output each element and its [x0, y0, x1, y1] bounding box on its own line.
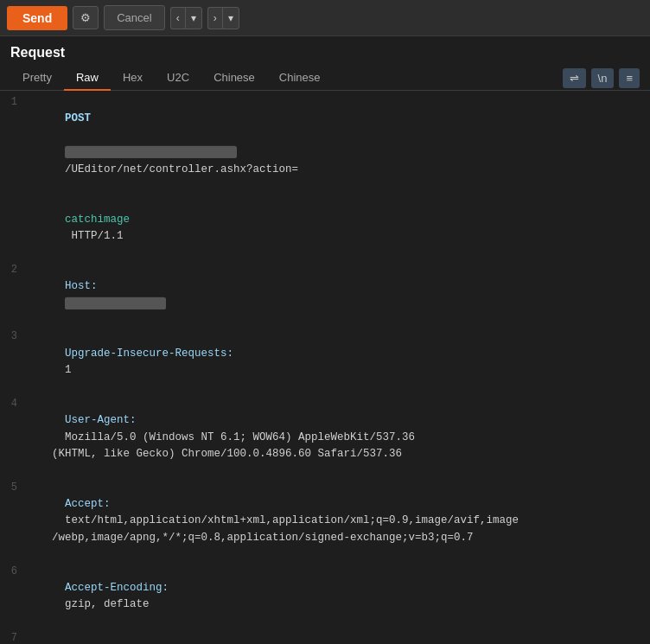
header-accept-value: text/html,application/xhtml+xml,applicat… — [26, 514, 519, 543]
line-num-7: 7 — [0, 630, 26, 644]
line-num-4: 4 — [0, 396, 26, 412]
redacted-host-1: ██████████████████████████ — [65, 146, 237, 158]
header-uir-value: 1 — [65, 364, 72, 376]
section-title: Request — [0, 36, 650, 66]
header-ae-value: gzip, deflate — [65, 598, 150, 610]
line-content-3: Upgrade-Insecure-Requests: 1 — [26, 328, 650, 396]
header-ae-label: Accept-Encoding: — [65, 582, 175, 594]
gear-icon: ⚙ — [80, 11, 91, 24]
redacted-host-2: ███████████████ — [65, 297, 166, 309]
line-num-5: 5 — [0, 480, 26, 496]
line-num-1: 1 — [0, 94, 26, 111]
code-line-7: 7 Accept-Language: zh-CN, zh;q=0.9 — [0, 630, 650, 644]
header-ua-label: User-Agent: — [65, 414, 143, 426]
nav-prev-drop-button[interactable]: ▾ — [185, 7, 202, 29]
menu-icon-button[interactable]: ≡ — [619, 68, 640, 88]
space — [65, 130, 72, 142]
cancel-button[interactable]: Cancel — [104, 5, 164, 30]
code-line-4: 4 User-Agent: Mozilla/5.0 (Windows NT 6.… — [0, 396, 650, 480]
nav-prev-group: ‹ ▾ — [170, 7, 202, 29]
header-uir-label: Upgrade-Insecure-Requests: — [65, 348, 240, 360]
action-value-1: catchimage — [65, 214, 130, 226]
newline-icon: \n — [598, 72, 608, 85]
newline-icon-button[interactable]: \n — [591, 68, 615, 88]
line-num-3: 3 — [0, 328, 26, 345]
line-content-4: User-Agent: Mozilla/5.0 (Windows NT 6.1;… — [26, 396, 650, 480]
send-button[interactable]: Send — [7, 6, 67, 30]
code-area: 1 POST ██████████████████████████ /UEdit… — [0, 91, 650, 644]
nav-next-button[interactable]: › — [207, 7, 222, 29]
code-line-2: 2 Host: ███████████████ — [0, 262, 650, 329]
tabs-bar: Pretty Raw Hex U2C Chinese Chinese ⇌ \n … — [0, 66, 650, 91]
method-post: POST — [65, 112, 91, 124]
path-1: /UEditor/net/controller.ashx?action= — [65, 163, 298, 175]
menu-icon: ≡ — [626, 72, 633, 85]
line-content-5: Accept: text/html,application/xhtml+xml,… — [26, 480, 650, 564]
wrap-icon: ⇌ — [570, 72, 579, 85]
nav-next-group: › ▾ — [207, 7, 239, 29]
tab-chinese1[interactable]: Chinese — [201, 66, 267, 91]
line-content-7: Accept-Language: zh-CN, zh;q=0.9 — [26, 630, 650, 644]
line-num-2: 2 — [0, 262, 26, 278]
tab-u2c[interactable]: U2C — [155, 66, 201, 91]
proto-1: HTTP/1.1 — [65, 230, 124, 242]
gear-button[interactable]: ⚙ — [73, 6, 99, 29]
code-line-1: 1 POST ██████████████████████████ /UEdit… — [0, 94, 650, 262]
line-content-1: POST ██████████████████████████ /UEditor… — [26, 94, 650, 262]
header-accept-label: Accept: — [65, 498, 117, 510]
tabs-right-icons: ⇌ \n ≡ — [563, 68, 640, 88]
line-content-2: Host: ███████████████ — [26, 262, 650, 329]
code-line-3: 3 Upgrade-Insecure-Requests: 1 — [0, 328, 650, 396]
tab-pretty[interactable]: Pretty — [10, 66, 64, 91]
header-host-label: Host: — [65, 280, 104, 292]
nav-prev-button[interactable]: ‹ — [170, 7, 185, 29]
tab-chinese2[interactable]: Chinese — [267, 66, 333, 91]
header-ua-value: Mozilla/5.0 (Windows NT 6.1; WOW64) Appl… — [26, 431, 415, 460]
line-num-6: 6 — [0, 564, 26, 580]
wrap-icon-button[interactable]: ⇌ — [563, 68, 586, 88]
code-line-6: 6 Accept-Encoding: gzip, deflate — [0, 564, 650, 631]
toolbar: Send ⚙ Cancel ‹ ▾ › ▾ — [0, 0, 650, 36]
tab-raw[interactable]: Raw — [64, 66, 111, 91]
line-content-6: Accept-Encoding: gzip, deflate — [26, 564, 650, 631]
nav-next-drop-button[interactable]: ▾ — [222, 7, 239, 29]
tab-hex[interactable]: Hex — [111, 66, 155, 91]
code-line-5: 5 Accept: text/html,application/xhtml+xm… — [0, 480, 650, 564]
